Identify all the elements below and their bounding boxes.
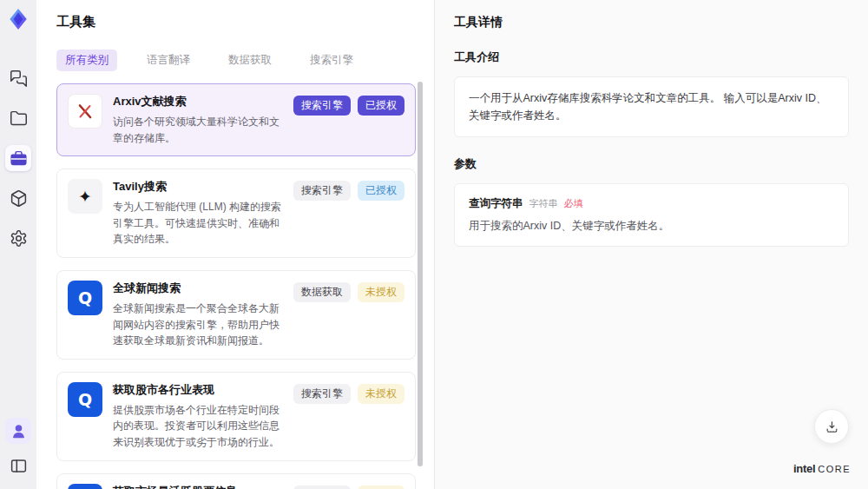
auth-status-badge: 未授权 <box>358 486 404 489</box>
tool-list-pane: 工具集 所有类别 语言翻译 数据获取 搜索引擎 Arxiv文献搜索 访问各个研究… <box>36 0 434 489</box>
tab-all-categories[interactable]: 所有类别 <box>56 50 117 71</box>
news-q-logo-icon: Q <box>68 281 102 315</box>
auth-status-badge: 已授权 <box>358 181 404 201</box>
auth-status-badge: 已授权 <box>358 96 404 116</box>
params-heading: 参数 <box>454 156 849 172</box>
tool-description: 提供股票市场各个行业在特定时间段内的表现。投资者可以利用这些信息来识别表现优于或… <box>113 402 288 451</box>
tool-description: 专为人工智能代理 (LLM) 构建的搜索引擎工具。可快速提供实时、准确和真实的结… <box>113 199 288 248</box>
tool-description: 全球新闻搜索是一个聚合全球各大新闻网站内容的搜索引擎，帮助用户快速获取全球最新资… <box>113 301 288 349</box>
gear-icon <box>10 229 28 248</box>
intro-box: 一个用于从Arxiv存储库搜索科学论文和文章的工具。 输入可以是Arxiv ID… <box>454 76 849 137</box>
core-wordmark: CORE <box>818 464 851 474</box>
news-q-logo-icon: Q <box>68 382 102 417</box>
tab-translation[interactable]: 语言翻译 <box>138 50 199 71</box>
tool-card-most-active-stocks[interactable]: Q 获取市场最活跃股票信息 提供当天交易量最高的股票列表。投资者可以利用这些信息… <box>56 473 416 489</box>
intro-text: 一个用于从Arxiv存储库搜索科学论文和文章的工具。 输入可以是Arxiv ID… <box>469 89 834 124</box>
detail-title: 工具详情 <box>454 15 849 30</box>
category-badge: 搜索引擎 <box>293 384 351 404</box>
tool-card-tavily[interactable]: ✦ Tavily搜索 专为人工智能代理 (LLM) 构建的搜索引擎工具。可快速提… <box>56 169 416 258</box>
category-tabs: 所有类别 语言翻译 数据获取 搜索引擎 <box>56 50 434 71</box>
param-description: 用于搜索的Arxiv ID、关键字或作者姓名。 <box>469 219 834 234</box>
param-type: 字符串 <box>529 197 558 210</box>
category-badge: 搜索引擎 <box>293 486 351 489</box>
scrollbar-thumb[interactable] <box>418 82 423 466</box>
auth-status-badge: 未授权 <box>358 384 404 404</box>
chat-icon <box>10 69 28 88</box>
intro-heading: 工具介绍 <box>454 50 849 65</box>
sidebar-item-settings[interactable] <box>5 225 31 251</box>
tool-title: Tavily搜索 <box>113 179 288 195</box>
list-scrollbar[interactable] <box>418 78 423 484</box>
param-name: 查询字符串 <box>469 196 523 211</box>
sidebar-item-chat[interactable] <box>5 65 31 91</box>
sidebar-item-files[interactable] <box>5 105 31 131</box>
sidebar-item-account[interactable] <box>5 418 31 444</box>
left-rail <box>0 0 36 489</box>
param-required-flag: 必填 <box>564 197 583 210</box>
tool-card-sector-performance[interactable]: Q 获取股市各行业表现 提供股票市场各个行业在特定时间段内的表现。投资者可以利用… <box>56 372 416 461</box>
category-badge: 搜索引擎 <box>293 96 351 116</box>
tool-card-list: Arxiv文献搜索 访问各个研究领域大量科学论文和文章的存储库。 搜索引擎 已授… <box>56 83 416 489</box>
auth-status-badge: 未授权 <box>358 282 404 302</box>
app-logo-gem-icon[interactable] <box>7 8 30 30</box>
news-q-logo-icon: Q <box>68 484 102 489</box>
tool-title: 获取市场最活跃股票信息 <box>113 484 288 489</box>
download-icon <box>825 420 839 434</box>
param-box: 查询字符串 字符串 必填 用于搜索的Arxiv ID、关键字或作者姓名。 <box>454 183 849 247</box>
briefcase-icon <box>10 149 28 168</box>
tool-description: 访问各个研究领域大量科学论文和文章的存储库。 <box>113 114 288 146</box>
tab-search-engine[interactable]: 搜索引擎 <box>301 50 362 71</box>
cube-icon <box>10 189 28 208</box>
panel-toggle-icon <box>10 457 28 475</box>
tavily-logo-icon: ✦ <box>68 179 102 214</box>
intel-core-logo: intel CORE <box>793 462 851 475</box>
arxiv-logo-icon <box>68 94 102 129</box>
sidebar-item-packages[interactable] <box>5 185 31 211</box>
folder-icon <box>10 109 28 128</box>
tool-title: 全球新闻搜索 <box>113 281 288 296</box>
tool-detail-pane: 工具详情 工具介绍 一个用于从Arxiv存储库搜索科学论文和文章的工具。 输入可… <box>434 0 868 489</box>
category-badge: 数据获取 <box>293 282 351 302</box>
tool-card-arxiv[interactable]: Arxiv文献搜索 访问各个研究领域大量科学论文和文章的存储库。 搜索引擎 已授… <box>56 83 416 156</box>
tab-data-fetch[interactable]: 数据获取 <box>220 50 280 71</box>
page-title: 工具集 <box>56 14 434 30</box>
sidebar-item-collapse[interactable] <box>5 453 31 479</box>
tool-title: 获取股市各行业表现 <box>113 382 288 398</box>
sidebar-item-tools[interactable] <box>5 145 31 171</box>
tool-card-global-news[interactable]: Q 全球新闻搜索 全球新闻搜索是一个聚合全球各大新闻网站内容的搜索引擎，帮助用户… <box>56 270 416 360</box>
download-button[interactable] <box>814 409 849 444</box>
tool-title: Arxiv文献搜索 <box>113 94 288 109</box>
category-badge: 搜索引擎 <box>293 181 351 201</box>
user-icon <box>10 422 28 440</box>
intel-wordmark: intel <box>793 462 815 475</box>
